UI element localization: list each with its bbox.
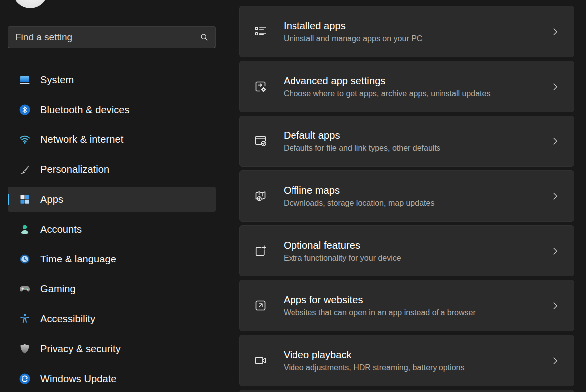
card-apps-for-websites[interactable]: Apps for websites Websites that can open… xyxy=(239,280,574,331)
sidebar-item-gaming[interactable]: Gaming xyxy=(8,276,216,301)
update-icon xyxy=(19,373,31,385)
sidebar-item-accessibility[interactable]: Accessibility xyxy=(8,306,216,331)
apps-for-websites-icon xyxy=(254,299,267,312)
card-title: Installed apps xyxy=(284,20,422,32)
card-title: Apps for websites xyxy=(284,294,476,306)
video-playback-icon xyxy=(254,354,267,367)
shield-icon xyxy=(19,343,31,355)
sidebar-item-label: System xyxy=(40,74,74,86)
chevron-right-icon xyxy=(550,300,561,311)
installed-apps-icon xyxy=(254,25,267,38)
card-subtitle: Downloads, storage location, map updates xyxy=(284,198,434,208)
sidebar-item-label: Bluetooth & devices xyxy=(40,104,130,116)
card-title: Advanced app settings xyxy=(284,75,490,87)
sidebar-item-personalization[interactable]: Personalization xyxy=(8,157,216,182)
sidebar-item-bluetooth-devices[interactable]: Bluetooth & devices xyxy=(8,97,216,122)
chevron-right-icon xyxy=(550,355,561,366)
card-subtitle: Uninstall and manage apps on your PC xyxy=(284,34,422,44)
chevron-right-icon xyxy=(550,26,561,37)
sidebar-item-accounts[interactable]: Accounts xyxy=(8,217,216,242)
card-installed-apps[interactable]: Installed apps Uninstall and manage apps… xyxy=(239,6,574,57)
sidebar-item-time-language[interactable]: Time & language xyxy=(8,247,216,271)
settings-sidebar: System Bluetooth & devices Network & int… xyxy=(0,0,229,392)
card-partial-bottom[interactable] xyxy=(239,390,574,392)
apps-settings-list: Installed apps Uninstall and manage apps… xyxy=(239,6,574,392)
sidebar-item-label: Accounts xyxy=(40,224,82,235)
sidebar-item-label: Personalization xyxy=(40,164,109,175)
card-optional-features[interactable]: Optional features Extra functionality fo… xyxy=(239,225,574,276)
card-video-playback[interactable]: Video playback Video adjustments, HDR st… xyxy=(239,335,574,386)
card-subtitle: Websites that can open in an app instead… xyxy=(284,308,476,318)
chevron-right-icon xyxy=(550,136,561,147)
sidebar-item-label: Windows Update xyxy=(40,373,117,385)
sidebar-item-label: Privacy & security xyxy=(40,343,121,355)
accessibility-icon xyxy=(19,313,31,325)
card-title: Optional features xyxy=(284,239,401,251)
sidebar-item-label: Gaming xyxy=(40,283,76,295)
sidebar-item-apps[interactable]: Apps xyxy=(8,187,216,212)
default-apps-icon xyxy=(254,134,267,148)
user-avatar[interactable] xyxy=(13,0,48,8)
card-advanced-app-settings[interactable]: Advanced app settings Choose where to ge… xyxy=(239,61,574,112)
search-input[interactable] xyxy=(15,32,199,43)
sidebar-item-label: Time & language xyxy=(40,254,116,265)
wifi-icon xyxy=(19,133,31,145)
card-title: Video playback xyxy=(284,349,464,361)
chevron-right-icon xyxy=(550,191,561,202)
card-title: Offline maps xyxy=(284,184,434,196)
sidebar-item-label: Network & internet xyxy=(40,134,123,145)
sidebar-nav: System Bluetooth & devices Network & int… xyxy=(8,67,216,392)
advanced-app-settings-icon xyxy=(254,80,267,93)
sidebar-item-label: Accessibility xyxy=(40,313,95,325)
selection-indicator xyxy=(8,194,9,205)
card-subtitle: Choose where to get apps, archive apps, … xyxy=(284,89,490,99)
card-title: Default apps xyxy=(284,130,440,141)
card-subtitle: Extra functionality for your device xyxy=(284,253,401,263)
offline-maps-icon xyxy=(254,189,267,203)
sidebar-item-windows-update[interactable]: Windows Update xyxy=(8,366,216,391)
sidebar-item-label: Apps xyxy=(40,194,63,205)
clock-icon xyxy=(19,253,31,265)
sidebar-item-network-internet[interactable]: Network & internet xyxy=(8,127,216,152)
chevron-right-icon xyxy=(550,246,561,257)
optional-features-icon xyxy=(254,244,267,258)
card-default-apps[interactable]: Default apps Defaults for file and link … xyxy=(239,116,574,167)
search-icon[interactable] xyxy=(199,32,209,42)
apps-grid-icon xyxy=(19,193,31,205)
person-icon xyxy=(19,223,31,235)
sidebar-item-system[interactable]: System xyxy=(8,67,216,92)
card-subtitle: Video adjustments, HDR streaming, batter… xyxy=(284,363,464,373)
sidebar-item-privacy-security[interactable]: Privacy & security xyxy=(8,336,216,361)
paintbrush-icon xyxy=(19,163,31,175)
search-box[interactable] xyxy=(8,26,216,48)
gamepad-icon xyxy=(19,283,31,295)
chevron-right-icon xyxy=(550,81,561,92)
card-subtitle: Defaults for file and link types, other … xyxy=(284,143,440,153)
system-icon xyxy=(19,74,31,86)
card-offline-maps[interactable]: Offline maps Downloads, storage location… xyxy=(239,170,574,222)
bluetooth-icon xyxy=(19,104,31,116)
